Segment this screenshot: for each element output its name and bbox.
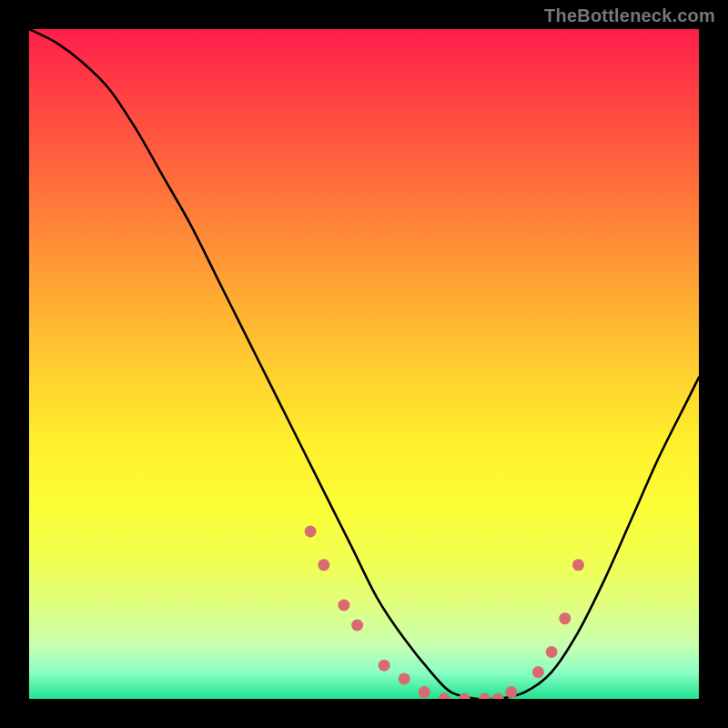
curve-marker (439, 693, 450, 700)
curve-marker (559, 612, 571, 624)
curve-marker (572, 559, 584, 571)
curve-marker (379, 660, 390, 672)
bottleneck-curve (29, 29, 699, 699)
curve-marker (505, 686, 517, 698)
watermark-text: TheBottleneck.com (544, 5, 715, 26)
curve-marker (492, 693, 504, 700)
curve-marker (459, 693, 470, 700)
curve-marker (399, 672, 410, 684)
curve-marker (351, 620, 363, 632)
curve-marker (419, 686, 430, 698)
curve-marker (479, 693, 490, 700)
curve-markers (305, 526, 584, 700)
curve-marker (305, 526, 317, 538)
chart-svg (29, 29, 699, 699)
curve-marker (532, 666, 544, 678)
curve-marker (318, 559, 329, 571)
curve-marker (338, 600, 349, 612)
curve-marker (546, 646, 558, 658)
chart-container: TheBottleneck.com (0, 0, 728, 728)
